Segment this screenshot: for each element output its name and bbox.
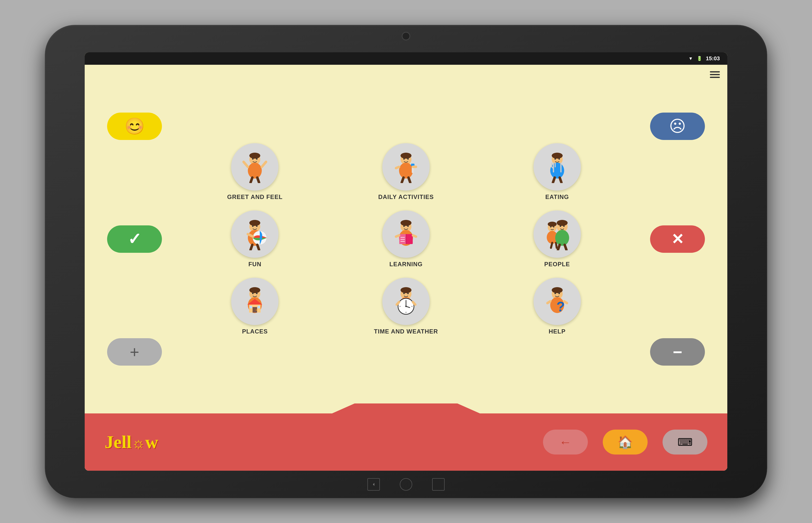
svg-line-67	[558, 245, 560, 250]
greet-icon	[239, 151, 271, 183]
svg-point-36	[256, 226, 257, 227]
help-circle: ?	[534, 278, 581, 325]
svg-point-35	[252, 226, 254, 227]
keyboard-icon: ⌨	[678, 436, 693, 448]
svg-point-24	[558, 158, 560, 160]
svg-line-68	[565, 245, 566, 250]
help-label: HELP	[549, 328, 566, 335]
svg-point-84	[407, 293, 409, 294]
category-people[interactable]: PEOPLE	[486, 211, 628, 268]
learning-icon	[390, 218, 422, 250]
svg-point-23	[555, 158, 556, 160]
time-icon	[390, 285, 422, 318]
svg-point-98	[552, 287, 563, 293]
fun-circle	[231, 211, 278, 258]
android-home-button[interactable]	[400, 478, 412, 491]
no-button[interactable]: ✕	[650, 226, 705, 253]
android-nav	[367, 478, 445, 491]
category-time-and-weather[interactable]: TIME AND WEATHER	[336, 278, 477, 335]
svg-point-100	[558, 293, 560, 294]
people-label: PEOPLE	[544, 261, 570, 268]
svg-line-6	[262, 162, 266, 167]
back-button[interactable]: ←	[543, 430, 588, 454]
eating-circle	[534, 143, 581, 191]
svg-line-8	[257, 178, 259, 183]
battery-icon: 🔋	[697, 56, 702, 61]
svg-point-44	[400, 220, 412, 226]
svg-point-59	[553, 227, 554, 228]
svg-line-31	[560, 178, 561, 183]
wifi-icon: ▼	[688, 56, 693, 61]
eating-label: EATING	[545, 194, 569, 200]
category-greet-and-feel[interactable]: GREET AND FEEL	[184, 143, 326, 200]
logo-sun: ☼	[131, 435, 145, 451]
svg-point-2	[249, 153, 260, 159]
happy-button[interactable]: 😊	[107, 112, 162, 140]
clock: 15:03	[706, 55, 720, 62]
svg-point-22	[552, 153, 563, 159]
category-help[interactable]: ? HELP	[486, 278, 628, 335]
svg-point-34	[249, 220, 260, 226]
add-button[interactable]: +	[107, 338, 162, 366]
svg-point-11	[400, 153, 412, 159]
svg-point-65	[560, 226, 561, 227]
svg-line-54	[413, 235, 416, 237]
status-bar: ▼ 🔋 15:03	[85, 52, 727, 65]
category-places[interactable]: PLACES	[184, 278, 326, 335]
svg-point-71	[249, 287, 260, 293]
home-button[interactable]: 🏠	[603, 430, 648, 454]
help-icon: ?	[541, 285, 573, 318]
svg-line-40	[251, 245, 252, 250]
svg-point-46	[407, 226, 409, 227]
svg-point-45	[403, 226, 405, 227]
daily-icon	[390, 151, 422, 183]
time-label: TIME AND WEATHER	[374, 328, 438, 335]
places-circle	[231, 278, 278, 325]
checkmark-icon: ✓	[128, 230, 141, 248]
svg-point-4	[256, 158, 257, 160]
minus-button[interactable]: −	[650, 338, 705, 366]
categories-grid: GREET AND FEEL	[174, 138, 638, 340]
category-eating[interactable]: EATING	[486, 143, 628, 200]
svg-rect-78	[250, 306, 252, 308]
app-content: 😊 ✓ +	[85, 65, 727, 471]
yes-button[interactable]: ✓	[107, 226, 162, 253]
people-icon	[541, 218, 573, 250]
menu-button[interactable]	[710, 70, 720, 79]
time-circle	[382, 278, 430, 325]
daily-circle	[382, 143, 430, 191]
fun-icon	[239, 218, 271, 250]
svg-line-95	[413, 302, 415, 305]
greet-label: GREET AND FEEL	[227, 194, 283, 200]
category-daily-activities[interactable]: DAILY ACTIVITIES	[336, 143, 477, 200]
svg-marker-104	[373, 483, 374, 486]
learning-circle	[382, 211, 430, 258]
places-label: PLACES	[242, 328, 268, 335]
tablet-shell: ▼ 🔋 15:03 😊 ✓	[45, 25, 767, 498]
svg-point-12	[403, 158, 405, 160]
greet-circle	[231, 143, 278, 191]
svg-line-18	[402, 178, 403, 183]
android-back-button[interactable]	[367, 478, 380, 491]
android-recent-button[interactable]	[432, 478, 445, 491]
x-icon: ✕	[671, 230, 684, 248]
svg-line-19	[409, 178, 410, 183]
category-fun[interactable]: FUN	[184, 211, 326, 268]
bottom-nav: ← 🏠 ⌨	[543, 430, 707, 454]
svg-point-13	[407, 158, 409, 160]
svg-point-83	[403, 293, 405, 294]
fun-label: FUN	[248, 261, 261, 268]
svg-line-102	[547, 301, 550, 303]
svg-line-53	[396, 235, 399, 237]
bottom-bar: Jell☼w ← 🏠 ⌨	[85, 413, 727, 471]
svg-rect-79	[257, 306, 260, 308]
category-learning[interactable]: LEARNING	[336, 211, 477, 268]
svg-point-89	[405, 306, 407, 307]
keyboard-button[interactable]: ⌨	[663, 430, 707, 454]
screen: ▼ 🔋 15:03 😊 ✓	[85, 52, 727, 471]
logo-w: w	[145, 432, 158, 452]
sad-icon: ☹	[669, 117, 686, 136]
minus-icon: −	[673, 343, 682, 361]
places-icon	[239, 285, 271, 318]
sad-button[interactable]: ☹	[650, 112, 705, 140]
